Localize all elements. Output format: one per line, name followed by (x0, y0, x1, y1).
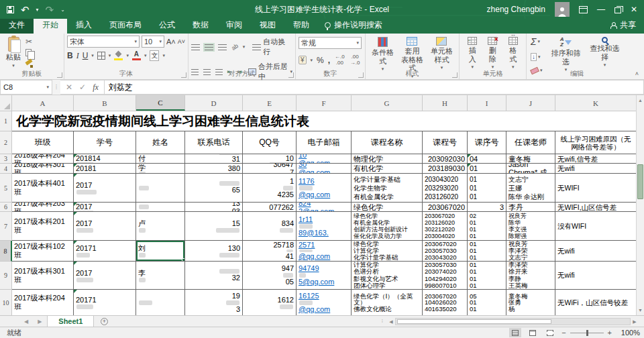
cell-D10[interactable]: 193 (185, 290, 243, 315)
align-top-button[interactable] (191, 44, 200, 50)
cell-H8[interactable]: 203067020 203057030 203043020 (423, 241, 468, 262)
tab-数据[interactable]: 数据 (184, 17, 217, 34)
zoom-level[interactable]: 100% (617, 329, 640, 337)
cell-J5[interactable]: 文志宁 王娜 陈华 余达刚 (506, 174, 555, 203)
account-user-name[interactable]: zheng Chengbin (487, 5, 545, 14)
formula-input[interactable]: 刘荔芝 (105, 80, 644, 95)
underline-dropdown-icon[interactable]: ▾ (91, 53, 94, 58)
phonetic-guide-button[interactable]: 文 (150, 50, 159, 61)
cell-G5[interactable]: 化学计量学基础 化学生物学 有机金属化学 (352, 174, 423, 203)
copy-button[interactable] (24, 48, 34, 57)
cell-A3[interactable]: 2018级本科204班 (12, 154, 74, 164)
cell-C10[interactable] (136, 290, 185, 315)
cell-I6[interactable]: 3 (468, 203, 506, 212)
row-header[interactable]: 4 (0, 164, 12, 174)
column-header-J[interactable]: J (506, 95, 555, 111)
accounting-format-button[interactable]: ¥ (299, 56, 307, 64)
cell-D8[interactable]: 130 (185, 241, 243, 262)
cell-E9[interactable]: 94705 (243, 262, 297, 290)
header-cell[interactable]: 学号 (74, 131, 136, 154)
paste-button[interactable]: 粘贴 ▾ (3, 36, 24, 70)
normal-view-button[interactable] (509, 328, 521, 337)
cell-D7[interactable]: 15 (185, 212, 243, 241)
cell-G8[interactable]: 绿色化学 计算化学 化学计量学基础 (352, 241, 423, 262)
undo-icon[interactable]: ↶ (21, 5, 30, 15)
cell-J6[interactable]: 李丹 (506, 203, 555, 212)
zoom-slider-thumb[interactable] (586, 330, 588, 336)
header-cell[interactable]: 班级 (12, 131, 74, 154)
cell-I10[interactable]: 05 01 01 (468, 290, 506, 315)
cell-J10[interactable]: 童冬梅 张勇 杨 (506, 290, 555, 315)
cell-F7[interactable]: 1r1189@163. (297, 212, 352, 241)
cell-K8[interactable]: 无wifi (555, 241, 636, 262)
new-sheet-button[interactable]: + (94, 316, 114, 327)
format-cells-button[interactable]: 格式 ▾ (503, 36, 523, 71)
cell-A6[interactable]: 2017级本科203班 (12, 203, 74, 212)
next-sheet-icon[interactable]: ▶ (38, 319, 42, 325)
cell-F6[interactable]: 8242@qq.com (297, 203, 352, 212)
font-name-select[interactable]: 宋体▾ (67, 36, 140, 48)
redo-icon[interactable]: ↷ (46, 5, 54, 15)
horizontal-scrollbar[interactable]: ◀ ▶ (387, 317, 639, 326)
cell-K4[interactable]: 无wifi (555, 164, 636, 174)
row-header[interactable]: 7 (0, 212, 12, 241)
close-button[interactable]: ✕ (631, 5, 637, 13)
cell-G7[interactable]: 绿色化学 有机金属化学 创新方法与创新设计 催化化学及动力学 (352, 212, 423, 241)
cell-G6[interactable]: 绿色化学 (352, 203, 423, 212)
share-button[interactable]: 共享 (602, 17, 644, 34)
cell-D3[interactable]: 31 (185, 154, 243, 164)
sheet-title[interactable]: 化学学院新冠疫情期间线上学习困难学生信息统计表 (12, 111, 636, 131)
cell-J8[interactable]: 祝良芳 李泽荣 文志宁 (506, 241, 555, 262)
prev-sheet-icon[interactable]: ◀ (24, 319, 28, 325)
wrap-text-button[interactable]: 自动换行 (252, 37, 292, 57)
collapse-ribbon-icon[interactable]: ˄ (635, 70, 639, 77)
zoom-out-button[interactable]: − (561, 329, 566, 337)
cell-E8[interactable]: 2571841 (243, 241, 297, 262)
cell-G4[interactable]: 有机化学 (352, 164, 423, 174)
row-header[interactable]: 3 (0, 154, 12, 164)
cell-B6[interactable]: 2017 (74, 203, 136, 212)
cell-A8[interactable]: 2017级本科102班 (12, 241, 74, 262)
tab-帮助[interactable]: 帮助 (284, 17, 318, 34)
cell-J7[interactable]: 祝良芳 陈华 李文强 陈耀强 (506, 212, 555, 241)
cell-C6[interactable] (136, 203, 185, 212)
cell-D5[interactable]: 65 (185, 174, 243, 203)
cell-B8[interactable]: 20171 (74, 241, 136, 262)
column-header-A[interactable]: A (12, 95, 74, 111)
increase-decimal-button[interactable]: ←.0.00 (334, 54, 345, 67)
font-size-select[interactable]: 10▾ (142, 36, 164, 48)
cell-C8[interactable]: 刘 (136, 241, 185, 262)
confirm-entry-icon[interactable]: ✓ (79, 82, 86, 92)
scroll-right-icon[interactable]: ▶ (631, 319, 639, 325)
header-cell[interactable]: 课程号 (423, 131, 468, 154)
font-dialog-launcher[interactable] (181, 72, 186, 78)
cell-H5[interactable]: 203043020 203293020 203126020 (423, 174, 468, 203)
page-layout-view-button[interactable] (527, 328, 539, 337)
cell-I3[interactable]: 04 (468, 154, 506, 164)
row-header[interactable]: 10 (0, 290, 12, 315)
tab-页面布局[interactable]: 页面布局 (101, 17, 150, 34)
cell-I8[interactable]: 01 01 01 (468, 241, 506, 262)
cell-E10[interactable]: 1612 (243, 290, 297, 315)
cut-button[interactable]: ✂ (24, 37, 34, 46)
cell-C3[interactable]: 付 (136, 154, 185, 164)
cell-E5[interactable]: 14235 (243, 174, 297, 203)
cell-I5[interactable]: 01 01 01 (468, 174, 506, 203)
autosum-button[interactable]: Σ▾ (529, 36, 544, 47)
cell-E4[interactable]: 306477 (243, 164, 297, 174)
cell-C7[interactable]: 卢 (136, 212, 185, 241)
cell-A7[interactable]: 2017级本科201班 (12, 212, 74, 241)
column-header-H[interactable]: H (423, 95, 468, 111)
sheet-tab-active[interactable]: Sheet1 (47, 316, 94, 327)
cell-J3[interactable]: 童冬梅 (506, 154, 555, 164)
vertical-scrollbar[interactable]: ▲ ▼ (636, 95, 644, 315)
tab-审阅[interactable]: 审阅 (217, 17, 251, 34)
cell-J4[interactable]: Jason Chruma* 成 (506, 164, 555, 174)
cell-A10[interactable]: 2017级本科204班 (12, 290, 74, 315)
row-header[interactable]: 8 (0, 241, 12, 262)
cell-F9[interactable]: 947495@qq.com (297, 262, 352, 290)
cell-H6[interactable]: 203067020 (423, 203, 468, 212)
borders-dropdown-icon[interactable]: ▾ (109, 53, 111, 58)
name-box[interactable]: C8▾ (0, 80, 52, 95)
format-painter-button[interactable] (24, 60, 34, 68)
